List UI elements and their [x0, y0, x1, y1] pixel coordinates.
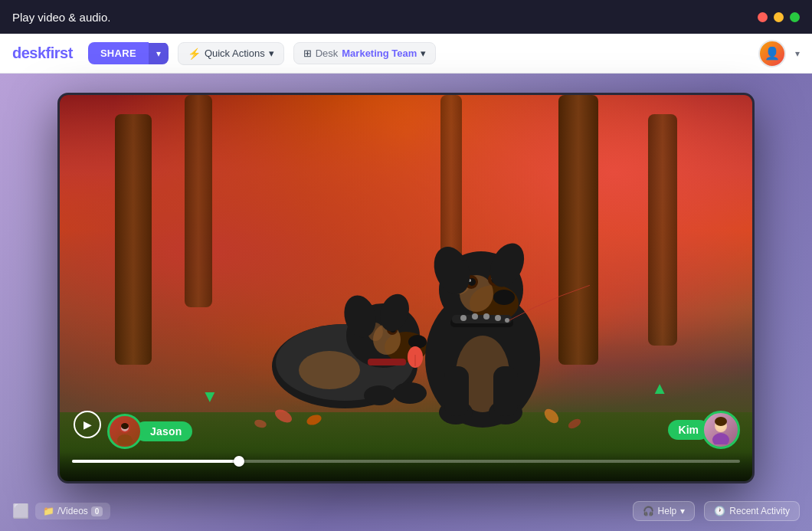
desk-name: Marketing Team — [342, 48, 417, 59]
path-count: 0 — [91, 506, 103, 516]
share-dropdown-button[interactable]: ▾ — [149, 43, 169, 64]
svg-point-45 — [306, 412, 323, 426]
dog-left — [272, 290, 427, 408]
svg-point-48 — [254, 418, 267, 429]
svg-point-39 — [505, 318, 509, 323]
jason-cursor-arrow: ▲ — [201, 388, 218, 408]
progress-bar[interactable] — [72, 460, 740, 463]
maximize-window-button[interactable] — [790, 12, 800, 22]
path-badge[interactable]: 📁 /Videos 0 — [35, 503, 110, 520]
svg-point-54 — [712, 433, 729, 444]
video-player[interactable]: ▶ ▲ — [57, 93, 755, 483]
svg-point-56 — [715, 417, 727, 426]
main-content: ▶ ▲ — [0, 74, 812, 531]
clock-icon: 🕐 — [714, 506, 725, 516]
share-button-group: SHARE ▾ — [88, 42, 169, 64]
dog-right — [425, 238, 590, 428]
desk-label: Desk — [316, 48, 339, 59]
jason-label: Jason — [135, 421, 192, 441]
nav-bar: deskfirst SHARE ▾ ⚡ Quick Actions ▾ ⊞ De… — [0, 34, 812, 74]
tree-trunk-1 — [115, 114, 152, 365]
jason-avatar-group: Jason — [107, 414, 192, 449]
bottom-right: 🎧 Help ▾ 🕐 Recent Activity — [633, 501, 800, 521]
minimize-window-button[interactable] — [774, 12, 784, 22]
jason-avatar-image — [107, 414, 142, 449]
svg-point-36 — [472, 313, 478, 320]
lightning-icon: ⚡ — [188, 48, 201, 60]
quick-actions-button[interactable]: ⚡ Quick Actions ▾ — [178, 42, 284, 65]
desk-button[interactable]: ⊞ Desk Marketing Team ▾ — [293, 42, 437, 64]
svg-point-14 — [393, 382, 427, 404]
kim-avatar-group: Kim — [668, 411, 740, 449]
svg-point-47 — [567, 417, 583, 431]
play-button[interactable]: ▶ — [74, 411, 101, 438]
path-label: /Videos — [57, 506, 88, 516]
desk-chevron: ▾ — [421, 48, 426, 59]
user-menu-chevron[interactable]: ▾ — [795, 48, 800, 59]
video-controls — [60, 452, 752, 481]
svg-point-15 — [364, 385, 395, 405]
title-bar-title: Play video & audio. — [12, 11, 110, 24]
svg-point-37 — [483, 313, 489, 320]
folder-icon: 📁 — [43, 506, 54, 516]
svg-point-22 — [493, 290, 515, 305]
bottom-bar: ⬜ 📁 /Videos 0 🎧 Help ▾ 🕐 Recent Activity — [0, 491, 812, 531]
svg-point-52 — [121, 423, 129, 429]
svg-point-5 — [408, 335, 427, 349]
quick-actions-chevron: ▾ — [269, 48, 274, 59]
quick-actions-label: Quick Actions — [205, 48, 265, 59]
close-window-button[interactable] — [758, 12, 768, 22]
svg-point-2 — [299, 351, 360, 389]
svg-point-44 — [273, 406, 294, 424]
logo: deskfirst — [12, 44, 73, 62]
svg-rect-13 — [368, 359, 406, 365]
desk-icon: ⊞ — [303, 48, 312, 59]
dogs-illustration — [222, 190, 590, 435]
screen-share-icon[interactable]: ⬜ — [12, 503, 29, 520]
recent-label: Recent Activity — [729, 506, 790, 516]
kim-avatar-image — [702, 411, 740, 449]
recent-activity-button[interactable]: 🕐 Recent Activity — [704, 501, 800, 521]
progress-thumb[interactable] — [234, 456, 244, 467]
svg-rect-42 — [444, 366, 469, 416]
help-label: Help — [658, 506, 677, 516]
video-scene: ▶ ▲ — [60, 95, 752, 481]
play-icon: ▶ — [83, 418, 92, 431]
title-bar: Play video & audio. — [0, 0, 812, 34]
tree-trunk-2 — [185, 95, 212, 307]
svg-point-38 — [495, 315, 501, 321]
svg-rect-43 — [493, 366, 518, 416]
help-button[interactable]: 🎧 Help ▾ — [633, 501, 696, 521]
logo-text: deskfirst — [12, 44, 73, 61]
bottom-left: ⬜ 📁 /Videos 0 — [12, 503, 110, 520]
svg-point-35 — [460, 315, 467, 321]
progress-bar-fill — [72, 460, 239, 463]
window-controls — [758, 12, 800, 22]
user-avatar-button[interactable]: 👤 — [758, 40, 786, 67]
svg-point-46 — [542, 406, 561, 425]
headphone-icon: 🎧 — [643, 506, 654, 516]
svg-point-50 — [117, 434, 133, 445]
kim-cursor-arrow: ▲ — [651, 379, 668, 398]
tree-trunk-4 — [648, 114, 677, 346]
help-chevron: ▾ — [680, 506, 685, 516]
share-button[interactable]: SHARE — [88, 42, 149, 64]
